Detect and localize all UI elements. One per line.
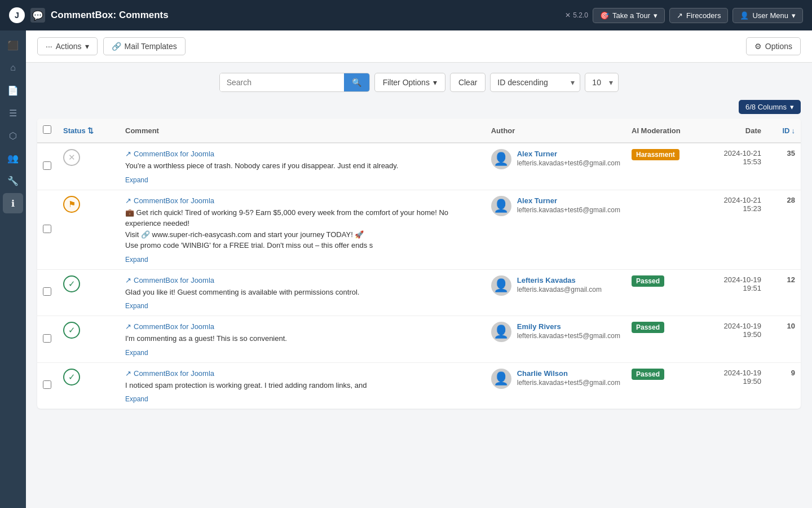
menu-icon: ☰ [9, 108, 17, 119]
sidebar-item-extensions[interactable]: ⬡ [3, 125, 23, 146]
id-sort-link[interactable]: ID ↓ [783, 126, 796, 135]
expand-link[interactable]: Expand [125, 395, 148, 403]
filter-bar: 🔍 Filter Options ▾ Clear ID descending I… [26, 63, 812, 98]
take-tour-button[interactable]: 🎯 Take a Tour ▾ [593, 8, 665, 23]
sort-select[interactable]: ID descending ID ascending Date descendi… [490, 73, 580, 92]
user-menu-button[interactable]: 👤 User Menu ▾ [732, 8, 803, 23]
external-icon: ↗ [125, 276, 131, 284]
row-checkbox-cell [37, 316, 58, 363]
date-cell: 2024-10-1919:51 [699, 269, 767, 316]
sidebar-item-articles[interactable]: 📄 [3, 80, 23, 100]
sidebar: ⬛ ⌂ 📄 ☰ ⬡ 👥 🔧 ℹ [0, 30, 26, 508]
ai-moderation-cell: Passed [626, 316, 699, 363]
mail-templates-button[interactable]: 🔗 Mail Templates [103, 37, 186, 55]
sidebar-item-users[interactable]: 👥 [3, 148, 23, 168]
status-icon[interactable]: ✓ [63, 369, 80, 386]
external-icon: ↗ [125, 369, 131, 378]
comment-source-link[interactable]: ↗ CommentBox for Joomla [125, 196, 214, 205]
commentbox-icon: 💬 [30, 8, 45, 23]
columns-badge-wrapper: 6/8 Columns ▾ [26, 98, 812, 119]
sidebar-item-info[interactable]: ℹ [3, 193, 23, 213]
status-icon[interactable]: ✓ [63, 322, 80, 339]
status-sort-link[interactable]: Status ⇅ [63, 126, 94, 135]
ai-badge: Passed [632, 322, 664, 333]
search-button[interactable]: 🔍 [344, 73, 369, 91]
clear-button[interactable]: Clear [450, 73, 486, 92]
row-checkbox[interactable] [43, 225, 51, 233]
expand-link[interactable]: Expand [125, 176, 148, 184]
comment-text: I'm commenting as a guest! This is so co… [125, 333, 480, 344]
brand: J 💬 CommentBox: Comments [9, 7, 558, 23]
author-cell: 👤 Lefteris Kavadas lefteris.kavadas@gmai… [486, 269, 626, 316]
author-name-link[interactable]: Lefteris Kavadas [517, 276, 576, 284]
author-wrapper: 👤 Charlie Wilson lefteris.kavadas+test5@… [491, 369, 620, 389]
ai-moderation-cell: Passed [626, 362, 699, 409]
actions-button[interactable]: ··· Actions ▾ [37, 37, 98, 55]
mail-icon: 🔗 [112, 42, 121, 51]
external-icon: ↗ [125, 150, 131, 158]
th-date: Date [699, 119, 767, 143]
sidebar-item-dashboard[interactable]: ⬛ [3, 35, 23, 55]
author-name-link[interactable]: Alex Turner [517, 196, 557, 205]
id-cell: 10 [767, 316, 801, 363]
comment-source-link[interactable]: ↗ CommentBox for Joomla [125, 150, 214, 158]
table-row: ✕ ↗ CommentBox for Joomla You're a worth… [37, 143, 801, 190]
ai-moderation-cell: Harassment [626, 143, 699, 190]
row-checkbox[interactable] [43, 380, 51, 389]
filter-options-button[interactable]: Filter Options ▾ [374, 73, 445, 92]
row-checkbox-cell [37, 362, 58, 409]
avatar-placeholder: 👤 [493, 325, 509, 339]
comment-source-link[interactable]: ↗ CommentBox for Joomla [125, 322, 214, 331]
extensions-icon: ⬡ [9, 130, 17, 141]
author-cell: 👤 Alex Turner lefteris.kavadas+test6@gma… [486, 143, 626, 190]
joomla-icon: J [9, 7, 25, 23]
status-icon[interactable]: ✓ [63, 275, 80, 292]
avatar-placeholder: 👤 [493, 278, 509, 293]
comment-text: You're a worthless piece of trash. Nobod… [125, 160, 480, 172]
columns-badge-button[interactable]: 6/8 Columns ▾ [739, 100, 801, 114]
expand-link[interactable]: Expand [125, 302, 148, 310]
per-page-select[interactable]: 5 10 15 25 50 [585, 73, 619, 92]
author-cell: 👤 Alex Turner lefteris.kavadas+test6@gma… [486, 190, 626, 269]
dots-icon: ··· [46, 42, 52, 51]
author-info: Emily Rivers lefteris.kavadas+test5@gmai… [517, 322, 620, 340]
search-input[interactable] [220, 73, 344, 91]
sidebar-item-home[interactable]: ⌂ [3, 58, 23, 78]
comment-source-link[interactable]: ↗ CommentBox for Joomla [125, 276, 214, 284]
author-name-link[interactable]: Emily Rivers [517, 322, 561, 331]
status-cell: ⚑ [58, 190, 120, 269]
dashboard-icon: ⬛ [7, 40, 19, 51]
author-name-link[interactable]: Charlie Wilson [517, 369, 568, 378]
id-cell: 12 [767, 269, 801, 316]
row-checkbox[interactable] [43, 161, 51, 170]
status-cell: ✓ [58, 269, 120, 316]
sidebar-item-tools[interactable]: 🔧 [3, 170, 23, 191]
table-wrapper: Status ⇅ Comment Author AI Moderation [26, 119, 812, 420]
id-cell: 9 [767, 362, 801, 409]
comment-source-link[interactable]: ↗ CommentBox for Joomla [125, 369, 214, 378]
filter-chevron-icon: ▾ [433, 78, 437, 87]
author-info: Alex Turner lefteris.kavadas+test6@gmail… [517, 149, 620, 167]
expand-link[interactable]: Expand [125, 349, 148, 357]
sidebar-item-menu[interactable]: ☰ [3, 103, 23, 123]
author-info: Charlie Wilson lefteris.kavadas+test5@gm… [517, 369, 620, 387]
expand-link[interactable]: Expand [125, 256, 148, 264]
date-cell: 2024-10-1919:50 [699, 316, 767, 363]
status-cell: ✓ [58, 316, 120, 363]
row-checkbox[interactable] [43, 287, 51, 296]
status-icon[interactable]: ✕ [63, 149, 80, 166]
author-name-link[interactable]: Alex Turner [517, 150, 557, 158]
home-icon: ⌂ [10, 63, 16, 73]
status-icon[interactable]: ⚑ [63, 196, 80, 213]
row-checkbox[interactable] [43, 334, 51, 343]
users-icon: 👥 [7, 153, 19, 164]
articles-icon: 📄 [7, 85, 19, 96]
th-id: ID ↓ [767, 119, 801, 143]
table-row: ⚑ ↗ CommentBox for Joomla 💼 Get rich qui… [37, 190, 801, 269]
firecoders-button[interactable]: ↗ Firecoders [669, 8, 728, 23]
status-cell: ✕ [58, 143, 120, 190]
avatar-placeholder: 👤 [493, 152, 509, 167]
id-cell: 35 [767, 143, 801, 190]
options-button[interactable]: ⚙ Options [746, 37, 801, 55]
select-all-checkbox[interactable] [43, 125, 51, 134]
